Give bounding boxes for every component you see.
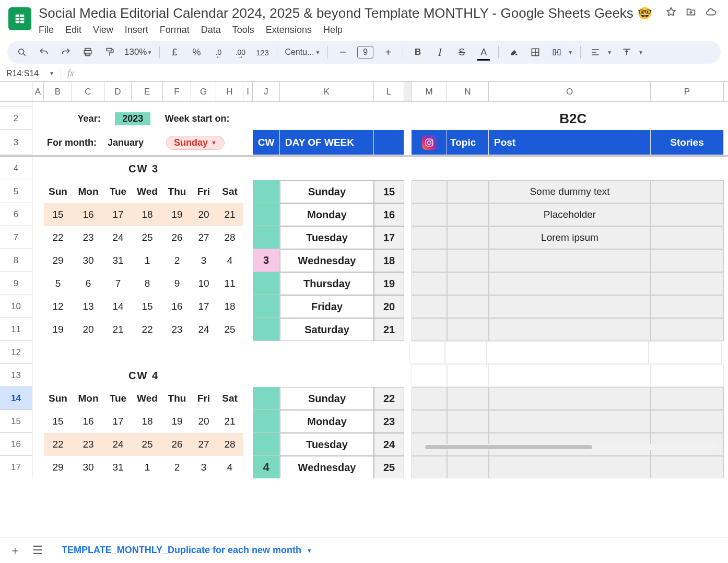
week-start-chip[interactable]: Sunday▼: [166, 136, 225, 150]
row-header[interactable]: [0, 102, 32, 107]
row-header[interactable]: 9: [0, 272, 32, 295]
star-icon[interactable]: [665, 5, 677, 21]
add-sheet-button[interactable]: ＋: [9, 543, 21, 558]
row-header[interactable]: 4: [0, 157, 32, 180]
col-header[interactable]: E: [132, 82, 163, 101]
post-cell[interactable]: Lorem ipsum: [489, 226, 651, 249]
for-month-value[interactable]: January: [104, 130, 163, 155]
stories-cell[interactable]: [651, 180, 724, 203]
all-sheets-icon[interactable]: ☰: [32, 544, 43, 557]
post-cell[interactable]: Some dummy text: [489, 180, 651, 203]
svg-point-23: [431, 140, 432, 141]
col-header[interactable]: K: [280, 82, 374, 101]
doc-title[interactable]: Social Media Editorial Calendar 2024, 20…: [39, 5, 633, 21]
menu-format[interactable]: Format: [160, 25, 190, 36]
chevron-down-icon[interactable]: ▼: [607, 50, 612, 55]
row-header[interactable]: 6: [0, 203, 32, 226]
col-header[interactable]: I: [243, 82, 253, 101]
col-header[interactable]: B: [44, 82, 72, 101]
cw-number: 3: [253, 249, 280, 272]
col-header[interactable]: D: [104, 82, 132, 101]
decrease-decimal-icon[interactable]: .0←: [211, 45, 226, 60]
col-header[interactable]: F: [163, 82, 191, 101]
post-cell[interactable]: Placeholder: [489, 203, 651, 226]
text-color-button[interactable]: A: [476, 45, 491, 60]
search-icon[interactable]: [15, 45, 29, 60]
menu-edit[interactable]: Edit: [65, 25, 81, 36]
col-header[interactable]: L: [374, 82, 404, 101]
row-header[interactable]: 12: [0, 341, 32, 364]
row-header[interactable]: 8: [0, 249, 32, 272]
col-header[interactable]: A: [32, 82, 44, 101]
col-header[interactable]: G: [191, 82, 216, 101]
col-header[interactable]: N: [447, 82, 489, 101]
menu-tools[interactable]: Tools: [232, 25, 254, 36]
col-header[interactable]: M: [412, 82, 447, 101]
menu-extensions[interactable]: Extensions: [266, 25, 312, 36]
cal-day[interactable]: 17: [104, 203, 132, 226]
cal-day[interactable]: 16: [72, 203, 104, 226]
font-size-decrease[interactable]: −: [335, 45, 350, 60]
row-header[interactable]: 2: [0, 107, 32, 130]
row-header[interactable]: 7: [0, 226, 32, 249]
cal-day[interactable]: 18: [132, 203, 163, 226]
increase-decimal-icon[interactable]: .00→: [233, 45, 248, 60]
topic-cell[interactable]: [447, 180, 489, 203]
row-header[interactable]: 10: [0, 295, 32, 318]
undo-icon[interactable]: [37, 45, 51, 60]
italic-button[interactable]: I: [432, 45, 447, 60]
row-header-selected[interactable]: 14: [0, 387, 32, 410]
cal-day[interactable]: 20: [191, 203, 216, 226]
menu-view[interactable]: View: [93, 25, 113, 36]
redo-icon[interactable]: [58, 45, 73, 60]
row-header[interactable]: 13: [0, 364, 32, 387]
percent-button[interactable]: %: [189, 45, 204, 60]
merge-cells-button[interactable]: [550, 45, 563, 59]
font-select[interactable]: Centu...▼: [285, 48, 320, 57]
cloud-status-icon[interactable]: [705, 5, 717, 21]
name-box[interactable]: R14:S14: [6, 69, 43, 78]
select-all-corner[interactable]: [0, 82, 32, 101]
font-size-input[interactable]: 9: [357, 46, 373, 58]
row-header[interactable]: 11: [0, 318, 32, 341]
dow-sun: Sun: [44, 180, 72, 203]
font-size-increase[interactable]: +: [381, 45, 395, 60]
zoom-select[interactable]: 130%▼: [124, 47, 152, 57]
cal-day[interactable]: 21: [216, 203, 243, 226]
year-value[interactable]: 2023: [115, 112, 150, 125]
col-header[interactable]: C: [72, 82, 104, 101]
col-header[interactable]: O: [489, 82, 651, 101]
row-header[interactable]: 3: [0, 130, 32, 155]
chevron-down-icon[interactable]: ▼: [568, 50, 573, 55]
menu-insert[interactable]: Insert: [125, 25, 148, 36]
col-header[interactable]: J: [253, 82, 280, 101]
bold-button[interactable]: B: [410, 45, 425, 60]
cal-day[interactable]: 15: [44, 203, 72, 226]
sheets-logo[interactable]: [8, 7, 31, 30]
borders-icon[interactable]: [528, 45, 543, 60]
format-123-button[interactable]: 123: [255, 45, 269, 60]
menu-help[interactable]: Help: [323, 25, 343, 36]
vertical-align-icon[interactable]: [619, 45, 634, 60]
horizontal-align-icon[interactable]: [588, 45, 603, 60]
move-to-drive-icon[interactable]: [685, 5, 697, 21]
topic-cell[interactable]: [412, 180, 447, 203]
col-header[interactable]: H: [216, 82, 243, 101]
row-header[interactable]: 5: [0, 180, 32, 203]
chevron-down-icon[interactable]: ▼: [638, 50, 643, 55]
chevron-down-icon[interactable]: ▼: [307, 547, 312, 554]
paint-format-icon[interactable]: [102, 45, 117, 60]
menu-file[interactable]: File: [39, 25, 54, 36]
horizontal-scrollbar[interactable]: [423, 444, 718, 450]
spreadsheet-grid[interactable]: A B C D E F G H I J K L M N O P 2 Year: …: [0, 81, 728, 478]
currency-button[interactable]: £: [167, 45, 182, 60]
menu-data[interactable]: Data: [201, 25, 221, 36]
print-icon[interactable]: [80, 45, 95, 60]
fill-color-icon[interactable]: [506, 45, 521, 60]
sheet-tab[interactable]: TEMPLATE_MONTHLY_Duplicate for each new …: [54, 542, 320, 559]
col-header[interactable]: P: [651, 82, 724, 101]
strikethrough-button[interactable]: S: [454, 45, 469, 60]
chevron-down-icon[interactable]: ▼: [49, 71, 54, 76]
formula-bar[interactable]: [80, 68, 722, 79]
cal-day[interactable]: 19: [163, 203, 191, 226]
